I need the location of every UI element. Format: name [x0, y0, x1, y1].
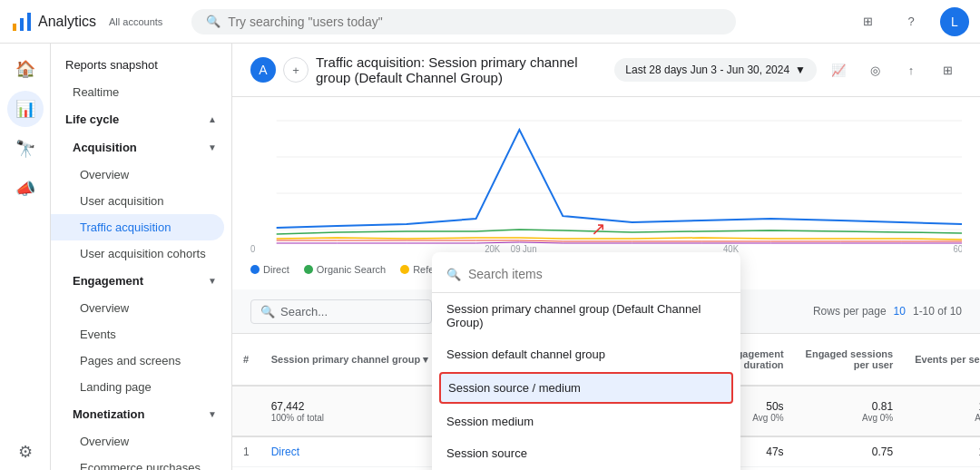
home-icon[interactable]: 🏠	[7, 51, 44, 87]
direct-label: Direct	[263, 264, 289, 275]
icon-strip: 🏠 📊 🔭 📣 ⚙	[0, 44, 51, 470]
col-eps: Events per session	[904, 334, 980, 386]
search-icon: 🔍	[206, 15, 220, 28]
referral-color	[400, 265, 409, 274]
help-icon[interactable]: ?	[897, 7, 926, 36]
row-channel: Direct	[260, 436, 440, 467]
share-icon[interactable]: ↑	[897, 55, 926, 84]
organic-search-color	[304, 265, 313, 274]
rows-per-page-label: Rows per page	[813, 305, 887, 318]
svg-rect-1	[20, 18, 24, 31]
analytics-icon	[11, 11, 33, 33]
col-channel[interactable]: Session primary channel group ▾	[260, 334, 440, 386]
row-rank: 2	[232, 467, 260, 471]
page-header: A + Traffic acquisition: Session primary…	[232, 44, 980, 97]
reports-icon[interactable]: 📊	[7, 91, 44, 127]
avatar[interactable]: L	[940, 7, 969, 36]
chevron-down-icon3: ▼	[208, 409, 217, 419]
sidebar-acquisition-group[interactable]: Acquisition ▼	[51, 133, 231, 162]
realtime-label: Realtime	[73, 85, 119, 99]
sidebar-lifecycle[interactable]: Life cycle ▲	[51, 105, 231, 133]
sidebar-item-mon-overview[interactable]: Overview	[51, 428, 224, 455]
sidebar-item-traffic-acquisition[interactable]: Traffic acquisition	[51, 214, 224, 240]
dropdown-search-area: 🔍	[432, 259, 740, 293]
advertising-icon[interactable]: 📣	[7, 171, 44, 207]
dropdown-item-1[interactable]: Session default channel group	[432, 338, 740, 370]
dropdown-item-0[interactable]: Session primary channel group (Default C…	[432, 293, 740, 338]
lifecycle-label: Life cycle	[65, 113, 119, 126]
row-rank: 1	[232, 436, 260, 467]
chart-type-icon[interactable]: 📈	[824, 55, 853, 84]
reports-snapshot-label: Reports snapshot	[65, 58, 158, 72]
row-channel: Organic Search	[260, 467, 440, 471]
date-range-label: Last 28 days Jun 3 - Jun 30, 2024	[625, 64, 789, 76]
arrow-indicator: ↗	[591, 218, 606, 240]
row-epu: 0.75	[795, 436, 905, 467]
dropdown-search-icon: 🔍	[446, 268, 461, 281]
global-search[interactable]: 🔍	[191, 9, 736, 34]
dropdown-item-3[interactable]: Session medium	[432, 406, 740, 437]
totals-label: 67,442 100% of total	[260, 386, 440, 436]
add-report-button[interactable]: +	[283, 57, 309, 83]
account-label: All accounts	[109, 16, 162, 27]
row-eps: 14.91	[904, 467, 980, 471]
chevron-up-icon: ▲	[208, 114, 217, 124]
dropdown-item-2[interactable]: Session source / medium	[439, 372, 733, 404]
compare-icon[interactable]: ◎	[860, 55, 889, 84]
chevron-down-icon2: ▼	[208, 276, 217, 286]
svg-text:60K: 60K	[953, 244, 962, 254]
legend-organic-search: Organic Search	[304, 264, 386, 275]
search-placeholder: Search...	[280, 305, 328, 318]
page-title: Traffic acquisition: Session primary cha…	[316, 54, 607, 85]
totals-epu: 0.81 Avg 0%	[795, 386, 905, 436]
search-input[interactable]	[228, 15, 721, 29]
pagination-label: 1-10 of 10	[913, 305, 962, 318]
acquisition-label: Acquisition	[73, 141, 137, 154]
more-icon[interactable]: ⊞	[933, 55, 962, 84]
search-icon2: 🔍	[260, 305, 275, 318]
sidebar-item-overview[interactable]: Overview	[51, 162, 224, 188]
top-bar-icons: ⊞ ? L	[853, 7, 969, 36]
header-right: Last 28 days Jun 3 - Jun 30, 2024 ▼ 📈 ◎ …	[614, 55, 962, 84]
sidebar-monetization-group[interactable]: Monetization ▼	[51, 400, 231, 428]
sidebar-item-pages[interactable]: Pages and screens	[51, 348, 224, 374]
rows-per-page-value[interactable]: 10	[894, 305, 906, 318]
settings-icon[interactable]: ⚙	[7, 434, 44, 470]
totals-rank	[232, 386, 260, 436]
app-title: Analytics	[38, 14, 96, 30]
chevron-down-icon: ▼	[208, 142, 217, 152]
app-layout: 🏠 📊 🔭 📣 ⚙ Reports snapshot Realtime Life…	[0, 44, 980, 470]
sidebar-item-ecommerce[interactable]: Ecommerce purchases	[51, 455, 224, 470]
svg-rect-0	[13, 24, 16, 31]
organic-search-label: Organic Search	[317, 264, 386, 275]
sidebar-item-realtime[interactable]: Realtime	[51, 79, 224, 105]
col-rank: #	[232, 334, 260, 386]
svg-rect-2	[27, 13, 31, 31]
dropdown-search-input[interactable]	[468, 267, 726, 281]
apps-icon[interactable]: ⊞	[853, 7, 882, 36]
chart-svg: 0 20K 40K 60K	[250, 112, 962, 257]
reports-snapshot-header[interactable]: Reports snapshot	[51, 51, 231, 79]
row-eps: 11.97	[904, 436, 980, 467]
direct-color	[250, 265, 260, 274]
main-content: A + Traffic acquisition: Session primary…	[232, 44, 980, 470]
dimension-dropdown: 🔍 Session primary channel group (Default…	[432, 252, 740, 470]
app-logo: Analytics All accounts	[11, 11, 162, 33]
sidebar-item-events[interactable]: Events	[51, 321, 224, 348]
sidebar-item-eng-overview[interactable]: Overview	[51, 295, 224, 321]
sidebar-item-user-acquisition[interactable]: User acquisition	[51, 188, 224, 214]
explore-icon[interactable]: 🔭	[7, 131, 44, 167]
sidebar-item-cohorts[interactable]: User acquisition cohorts	[51, 240, 224, 267]
rows-per-page: Rows per page 10 1-10 of 10	[813, 305, 962, 318]
sidebar-engagement-group[interactable]: Engagement ▼	[51, 267, 231, 295]
date-range-picker[interactable]: Last 28 days Jun 3 - Jun 30, 2024 ▼	[614, 58, 817, 82]
chevron-down-icon4: ▼	[795, 64, 806, 76]
sidebar: Reports snapshot Realtime Life cycle ▲ A…	[51, 44, 232, 470]
dropdown-item-4[interactable]: Session source	[432, 437, 740, 469]
report-letter-badge: A	[250, 57, 276, 83]
totals-eps: 13.11 Avg 0%	[904, 386, 980, 436]
engagement-label: Engagement	[73, 274, 143, 288]
sidebar-item-landing[interactable]: Landing page	[51, 374, 224, 400]
table-search[interactable]: 🔍 Search...	[250, 299, 432, 324]
col-epu: Engaged sessionsper user	[795, 334, 905, 386]
